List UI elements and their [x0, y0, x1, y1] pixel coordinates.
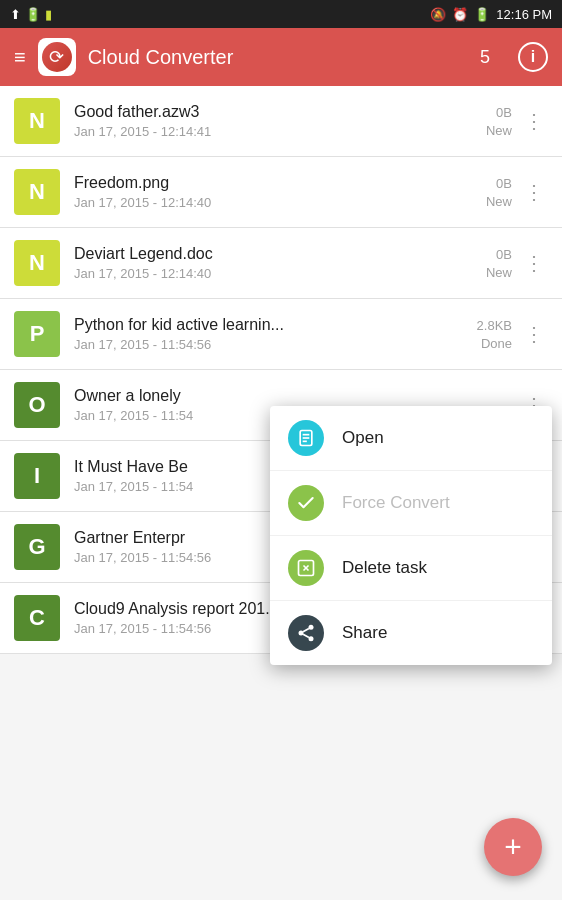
status-bar-right: 🔕 ⏰ 🔋 12:16 PM [430, 7, 552, 22]
context-menu-item-force-convert[interactable]: Force Convert [270, 471, 552, 536]
battery-full-icon: 🔋 [474, 7, 490, 22]
context-menu: Open Force Convert Delete task Share [270, 406, 552, 665]
info-icon: i [531, 48, 535, 66]
plus-icon: + [504, 830, 522, 864]
toolbar: ≡ Cloud Converter 5 i [0, 28, 562, 86]
svg-rect-1 [303, 434, 310, 436]
svg-point-7 [309, 625, 314, 630]
status-bar-left: ⬆ 🔋 ▮ [10, 7, 52, 22]
svg-line-10 [303, 628, 309, 631]
status-bar: ⬆ 🔋 ▮ 🔕 ⏰ 🔋 12:16 PM [0, 0, 562, 28]
context-menu-item-share[interactable]: Share [270, 601, 552, 665]
battery-icon: ▮ [45, 7, 52, 22]
app-logo [38, 38, 76, 76]
context-menu-label-open: Open [342, 428, 384, 448]
info-button[interactable]: i [518, 42, 548, 72]
svg-point-8 [309, 636, 314, 641]
context-menu-label-delete-task: Delete task [342, 558, 427, 578]
open-icon [288, 420, 324, 456]
context-menu-item-open[interactable]: Open [270, 406, 552, 471]
alarm-icon: ⏰ [452, 7, 468, 22]
svg-line-11 [303, 634, 309, 637]
signal-icon: 🔋 [25, 7, 41, 22]
app-title: Cloud Converter [88, 46, 468, 69]
logo-icon [42, 42, 72, 72]
context-menu-label-force-convert: Force Convert [342, 493, 450, 513]
context-overlay[interactable]: Open Force Convert Delete task Share [0, 86, 562, 900]
task-count-badge: 5 [480, 47, 490, 68]
time-display: 12:16 PM [496, 7, 552, 22]
force-convert-icon [288, 485, 324, 521]
svg-point-9 [299, 631, 304, 636]
add-fab-button[interactable]: + [484, 818, 542, 876]
svg-rect-3 [303, 441, 307, 443]
mute-icon: 🔕 [430, 7, 446, 22]
share-icon [288, 615, 324, 651]
svg-rect-2 [303, 437, 310, 439]
usb-icon: ⬆ [10, 7, 21, 22]
context-menu-label-share: Share [342, 623, 387, 643]
context-menu-item-delete-task[interactable]: Delete task [270, 536, 552, 601]
delete-task-icon [288, 550, 324, 586]
menu-button[interactable]: ≡ [14, 46, 26, 69]
